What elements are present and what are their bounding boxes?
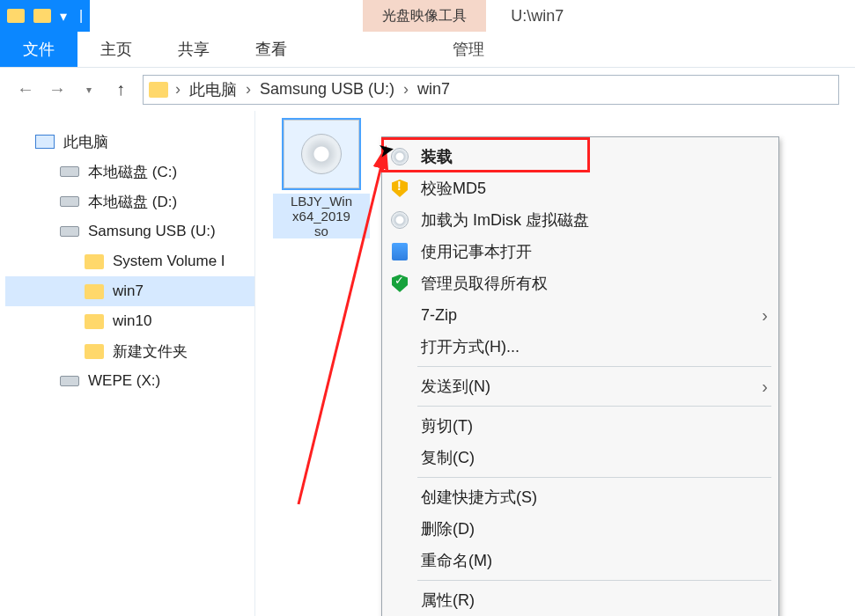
tree-drive-d[interactable]: 本地磁盘 (D:) (5, 187, 254, 216)
tree-label: 此电脑 (63, 132, 108, 152)
tree-folder-svi[interactable]: System Volume I (5, 246, 254, 276)
context-menu-label: 删除(D) (421, 518, 768, 539)
context-menu-label: 校验MD5 (421, 178, 768, 199)
context-menu-item[interactable]: 属性(R) (382, 584, 778, 616)
context-menu: 装载校验MD5加载为 ImDisk 虚拟磁盘使用记事本打开管理员取得所有权7-Z… (381, 136, 779, 616)
disc-icon (301, 134, 342, 174)
context-menu-item[interactable]: 管理员取得所有权 (382, 268, 778, 299)
context-menu-label: 装载 (421, 146, 768, 167)
context-menu-label: 发送到(N) (421, 376, 751, 397)
tree-label: WEPE (X:) (88, 372, 160, 390)
disc-icon (389, 209, 410, 231)
context-menu-item[interactable]: 校验MD5 (382, 172, 778, 204)
tab-view[interactable]: 查看 (232, 32, 310, 67)
context-menu-separator (417, 406, 771, 407)
chevron-right-icon: › (762, 305, 768, 326)
tree-label: 本地磁盘 (D:) (88, 192, 177, 212)
context-menu-separator (417, 366, 771, 367)
context-menu-item[interactable]: 发送到(N)› (382, 370, 778, 402)
notepad-icon (389, 241, 410, 262)
context-menu-label: 加载为 ImDisk 虚拟磁盘 (421, 209, 768, 231)
drive-icon (60, 196, 79, 207)
file-name: LBJY_Win x64_2019 so (273, 194, 370, 238)
context-menu-item[interactable]: 删除(D) (382, 513, 778, 545)
context-menu-item[interactable]: 剪切(T) (382, 410, 778, 442)
ribbon-tabs: 文件 主页 共享 查看 管理 (0, 32, 855, 67)
shield-warning-icon (389, 178, 410, 199)
context-menu-label: 管理员取得所有权 (421, 273, 768, 294)
navigation-bar: ← → ▾ ↑ › 此电脑 › Samsung USB (U:) › win7 (0, 67, 855, 111)
address-bar[interactable]: › 此电脑 › Samsung USB (U:) › win7 (143, 75, 839, 105)
tree-label: 新建文件夹 (113, 341, 188, 362)
tab-share[interactable]: 共享 (155, 32, 232, 67)
tree-label: 本地磁盘 (C:) (88, 162, 177, 182)
tree-label: Samsung USB (U:) (88, 223, 216, 240)
context-menu-item[interactable]: 打开方式(H)... (382, 331, 778, 363)
qat-overflow-icon[interactable]: ▾ (60, 8, 67, 25)
title-bar: ▾ | 光盘映像工具 U:\win7 (0, 0, 855, 32)
nav-history-dropdown[interactable]: ▾ (79, 84, 99, 96)
nav-back-button[interactable]: ← (16, 79, 35, 99)
breadcrumb-sep: › (403, 80, 409, 99)
breadcrumb-0[interactable]: 此电脑 (188, 79, 239, 100)
tree-folder-win10[interactable]: win10 (5, 306, 254, 336)
context-menu-label: 使用记事本打开 (421, 241, 768, 262)
address-folder-icon (149, 82, 168, 98)
context-menu-label: 重命名(M) (421, 550, 768, 571)
context-menu-label: 打开方式(H)... (421, 336, 768, 357)
context-menu-label: 复制(C) (421, 447, 768, 468)
tab-home[interactable]: 主页 (77, 32, 155, 67)
context-menu-separator (417, 580, 771, 581)
context-menu-item[interactable]: 复制(C) (382, 442, 778, 473)
context-menu-item[interactable]: 创建快捷方式(S) (382, 481, 778, 513)
tab-manage[interactable]: 管理 (430, 32, 507, 67)
drive-icon (60, 166, 79, 177)
quick-access-toolbar: ▾ | (0, 0, 90, 32)
context-menu-item[interactable]: 使用记事本打开 (382, 236, 778, 268)
context-menu-label: 7-Zip (421, 306, 751, 325)
context-menu-item[interactable]: 加载为 ImDisk 虚拟磁盘 (382, 204, 778, 236)
folder-icon (85, 314, 104, 329)
context-menu-label: 属性(R) (421, 590, 768, 611)
navigation-tree[interactable]: 此电脑 本地磁盘 (C:) 本地磁盘 (D:) Samsung USB (U:)… (0, 111, 255, 616)
tree-folder-new[interactable]: 新建文件夹 (5, 336, 254, 366)
folder-icon (85, 254, 104, 269)
context-menu-item[interactable]: 7-Zip› (382, 299, 778, 331)
nav-up-button[interactable]: ↑ (111, 79, 130, 99)
file-item-iso[interactable]: LBJY_Win x64_2019 so (273, 120, 370, 238)
tree-drive-u[interactable]: Samsung USB (U:) (5, 216, 254, 246)
tree-label: win7 (113, 282, 144, 300)
qat-divider: | (76, 8, 83, 24)
qat-icon-1[interactable] (7, 9, 25, 23)
tab-file[interactable]: 文件 (0, 32, 77, 67)
disc-icon (389, 146, 410, 167)
drive-icon (60, 226, 79, 237)
context-menu-separator (417, 477, 771, 478)
tree-drive-x[interactable]: WEPE (X:) (5, 366, 254, 396)
tree-drive-c[interactable]: 本地磁盘 (C:) (5, 157, 254, 187)
breadcrumb-2[interactable]: win7 (416, 80, 452, 99)
tree-folder-win7[interactable]: win7 (5, 276, 254, 306)
breadcrumb-sep: › (175, 80, 181, 99)
tree-this-pc[interactable]: 此电脑 (5, 127, 254, 157)
context-menu-item[interactable]: 装载 (382, 141, 778, 172)
breadcrumb-1[interactable]: Samsung USB (U:) (258, 80, 396, 99)
iso-file-icon (284, 120, 359, 188)
breadcrumb-sep: › (246, 80, 251, 99)
shield-check-icon (389, 273, 410, 294)
folder-icon (85, 284, 104, 299)
nav-forward-button: → (48, 79, 67, 99)
drive-icon (60, 376, 79, 386)
window-title: U:\win7 (486, 0, 564, 32)
contextual-tab-group: 光盘映像工具 (363, 0, 486, 32)
folder-icon (85, 344, 104, 359)
context-menu-label: 创建快捷方式(S) (421, 487, 768, 508)
context-menu-label: 剪切(T) (421, 415, 768, 436)
qat-icon-2[interactable] (33, 9, 51, 23)
context-menu-item[interactable]: 重命名(M) (382, 545, 778, 576)
chevron-right-icon: › (762, 377, 768, 397)
computer-icon (35, 135, 55, 149)
tree-label: System Volume I (113, 253, 225, 270)
tree-label: win10 (113, 312, 151, 330)
